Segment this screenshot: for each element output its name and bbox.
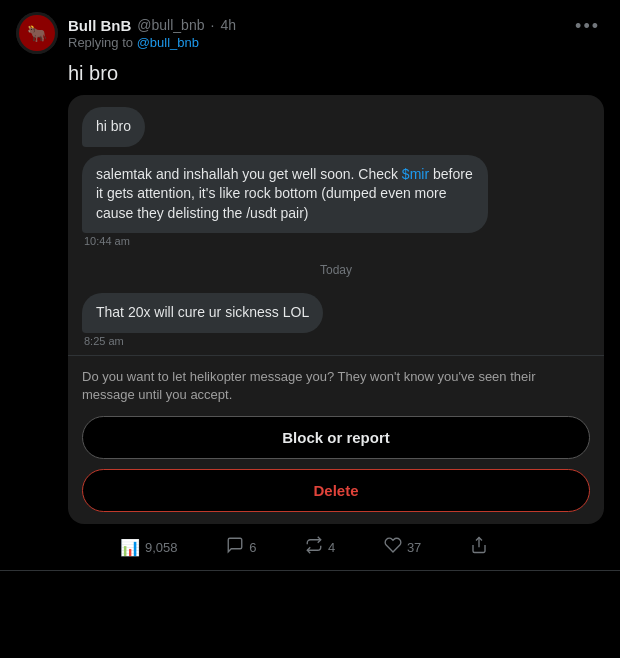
time-ago: 4h <box>220 17 236 33</box>
retweet-action[interactable]: 4 <box>305 536 335 558</box>
message-time-1: 10:44 am <box>82 235 130 247</box>
tweet-content: hi bro hi bro salemtak and inshallah you… <box>16 62 604 558</box>
more-options-button[interactable]: ••• <box>571 12 604 41</box>
message-text-1: hi bro <box>96 118 131 134</box>
like-icon <box>384 536 402 558</box>
stats-action[interactable]: 📊 9,058 <box>120 538 178 557</box>
message-row-2: salemtak and inshallah you get well soon… <box>82 155 590 248</box>
smir-link[interactable]: $mir <box>402 166 429 182</box>
message-row-3: That 20x will cure ur sickness LOL 8:25 … <box>82 293 590 347</box>
comment-action[interactable]: 6 <box>226 536 256 558</box>
share-action[interactable] <box>470 536 488 558</box>
message-row-1: hi bro <box>82 107 590 147</box>
dot-separator: · <box>210 17 214 33</box>
day-divider: Today <box>82 263 590 277</box>
message-bubble-1: hi bro <box>82 107 145 147</box>
message-time-2: 8:25 am <box>82 335 124 347</box>
block-report-button[interactable]: Block or report <box>82 416 590 459</box>
share-icon <box>470 536 488 558</box>
replying-to-link[interactable]: @bull_bnb <box>137 35 199 50</box>
tweet-meta-top: Bull BnB @bull_bnb · 4h <box>68 17 236 34</box>
stats-icon: 📊 <box>120 538 140 557</box>
tweet-actions: 📊 9,058 6 <box>68 536 488 558</box>
dm-card: hi bro salemtak and inshallah you get we… <box>68 95 604 524</box>
tweet-header: 🐂 Bull BnB @bull_bnb · 4h Replying to @b… <box>16 12 604 54</box>
message-bubble-3: That 20x will cure ur sickness LOL <box>82 293 323 333</box>
emoji-line: hi bro <box>68 62 604 85</box>
username[interactable]: @bull_bnb <box>137 17 204 33</box>
message-text-2a: salemtak and inshallah you get well soon… <box>96 166 402 182</box>
like-action[interactable]: 37 <box>384 536 421 558</box>
tweet-meta: Bull BnB @bull_bnb · 4h Replying to @bul… <box>68 17 236 50</box>
like-count: 37 <box>407 540 421 555</box>
message-text-3: That 20x will cure ur sickness LOL <box>96 304 309 320</box>
delete-button[interactable]: Delete <box>82 469 590 512</box>
dm-notice-text: Do you want to let helikopter message yo… <box>82 368 590 404</box>
comment-icon <box>226 536 244 558</box>
svg-text:🐂: 🐂 <box>27 24 47 43</box>
display-name: Bull BnB <box>68 17 131 34</box>
replying-to: Replying to @bull_bnb <box>68 35 236 50</box>
tweet-container: 🐂 Bull BnB @bull_bnb · 4h Replying to @b… <box>0 0 620 571</box>
message-bubble-2: salemtak and inshallah you get well soon… <box>82 155 488 234</box>
retweet-count: 4 <box>328 540 335 555</box>
tweet-header-left: 🐂 Bull BnB @bull_bnb · 4h Replying to @b… <box>16 12 236 54</box>
stats-count: 9,058 <box>145 540 178 555</box>
avatar[interactable]: 🐂 <box>16 12 58 54</box>
comment-count: 6 <box>249 540 256 555</box>
retweet-icon <box>305 536 323 558</box>
dm-bottom-section: Do you want to let helikopter message yo… <box>68 355 604 524</box>
dm-messages: hi bro salemtak and inshallah you get we… <box>68 95 604 355</box>
